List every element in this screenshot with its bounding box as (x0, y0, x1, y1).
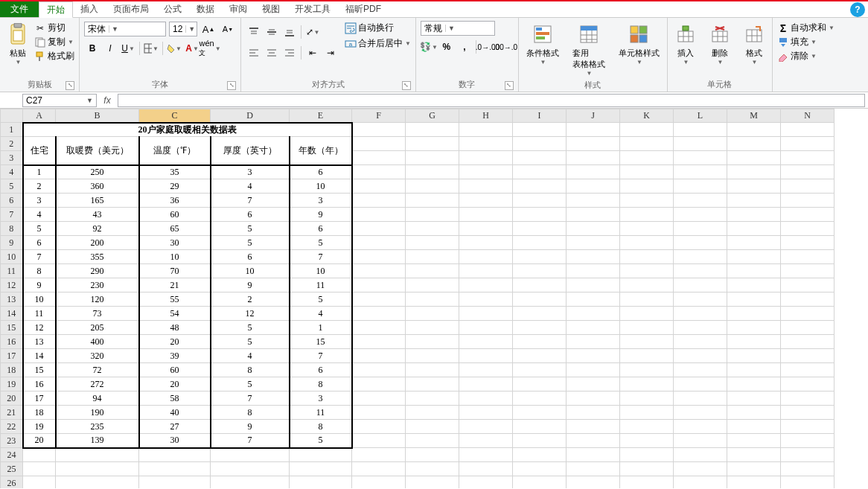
cell-M4[interactable] (727, 165, 781, 179)
cell-K13[interactable] (620, 293, 674, 307)
cell-H15[interactable] (459, 321, 513, 335)
data-cell[interactable]: 2 (211, 293, 290, 307)
number-format-combo[interactable]: 常规▼ (421, 21, 495, 36)
data-cell[interactable]: 9 (211, 278, 290, 293)
data-cell[interactable]: 6 (23, 236, 56, 250)
cell-F8[interactable] (352, 222, 406, 236)
data-cell[interactable]: 235 (56, 420, 139, 434)
cell-F25[interactable] (352, 462, 406, 476)
cell-I25[interactable] (513, 462, 567, 476)
cell-G13[interactable] (406, 293, 459, 307)
data-cell[interactable]: 10 (211, 264, 290, 278)
data-cell[interactable]: 14 (23, 349, 56, 363)
cell-H7[interactable] (459, 208, 513, 222)
cell-N15[interactable] (781, 321, 835, 335)
data-cell[interactable]: 6 (211, 208, 290, 222)
cell-D25[interactable] (211, 462, 290, 476)
row-header-9[interactable]: 9 (1, 236, 23, 250)
cell-K25[interactable] (620, 462, 674, 476)
cell-J15[interactable] (567, 321, 620, 335)
row-header-15[interactable]: 15 (1, 321, 23, 335)
border-button[interactable]: ▼ (143, 40, 159, 57)
cell-E24[interactable] (290, 448, 352, 462)
cell-J13[interactable] (567, 293, 620, 307)
cell-N9[interactable] (781, 236, 835, 250)
data-cell[interactable]: 8 (290, 377, 352, 391)
cell-H13[interactable] (459, 293, 513, 307)
cell-J26[interactable] (567, 476, 620, 489)
row-header-7[interactable]: 7 (1, 208, 23, 222)
cell-M17[interactable] (727, 349, 781, 363)
cell-F9[interactable] (352, 236, 406, 250)
data-cell[interactable]: 92 (56, 222, 139, 236)
cell-J9[interactable] (567, 236, 620, 250)
cell-N17[interactable] (781, 349, 835, 363)
data-cell[interactable]: 355 (56, 250, 139, 264)
format-cells-button[interactable]: 格式▼ (741, 21, 768, 67)
cell-I17[interactable] (513, 349, 567, 363)
cell-F24[interactable] (352, 448, 406, 462)
cell-M15[interactable] (727, 321, 781, 335)
data-cell[interactable]: 19 (23, 420, 56, 434)
cell-I10[interactable] (513, 250, 567, 264)
data-cell[interactable]: 21 (139, 278, 211, 293)
data-cell[interactable]: 9 (211, 420, 290, 434)
insert-cells-button[interactable]: 插入▼ (672, 21, 699, 67)
cut-button[interactable]: ✂ 剪切 (34, 21, 74, 35)
cell-I20[interactable] (513, 391, 567, 406)
cell-J25[interactable] (567, 462, 620, 476)
fx-icon[interactable]: fx (100, 95, 115, 106)
data-cell[interactable]: 73 (56, 307, 139, 321)
data-cell[interactable]: 5 (290, 434, 352, 448)
cell-N25[interactable] (781, 462, 835, 476)
cell-K23[interactable] (620, 434, 674, 448)
data-cell[interactable]: 3 (23, 194, 56, 208)
cell-H19[interactable] (459, 377, 513, 391)
data-cell[interactable]: 5 (211, 236, 290, 250)
cell-M16[interactable] (727, 335, 781, 349)
clear-button[interactable]: 清除▼ (777, 49, 835, 63)
decrease-decimal-button[interactable]: .00→.0 (497, 39, 514, 55)
cell-G9[interactable] (406, 236, 459, 250)
cell-K19[interactable] (620, 377, 674, 391)
font-color-button[interactable]: A▼ (184, 40, 200, 57)
cell-G5[interactable] (406, 179, 459, 194)
data-cell[interactable]: 7 (290, 250, 352, 264)
data-cell[interactable]: 272 (56, 377, 139, 391)
cell-M19[interactable] (727, 377, 781, 391)
cell-M24[interactable] (727, 448, 781, 462)
data-cell[interactable]: 3 (290, 194, 352, 208)
cell-G12[interactable] (406, 278, 459, 293)
row-header-13[interactable]: 13 (1, 293, 23, 307)
data-cell[interactable]: 3 (290, 391, 352, 406)
cell-M3[interactable] (727, 151, 781, 165)
cell-H5[interactable] (459, 179, 513, 194)
cell-L2[interactable] (674, 137, 727, 151)
percent-button[interactable]: % (438, 39, 455, 55)
cell-N20[interactable] (781, 391, 835, 406)
row-header-24[interactable]: 24 (1, 448, 23, 462)
cell-N2[interactable] (781, 137, 835, 151)
data-cell[interactable]: 58 (139, 391, 211, 406)
data-cell[interactable]: 5 (211, 377, 290, 391)
cell-F21[interactable] (352, 406, 406, 420)
data-cell[interactable]: 230 (56, 278, 139, 293)
data-cell[interactable]: 36 (139, 194, 211, 208)
data-cell[interactable]: 10 (23, 293, 56, 307)
cell-L1[interactable] (674, 123, 727, 137)
column-header-L[interactable]: L (674, 109, 727, 123)
font-name-combo[interactable]: 宋体▼ (84, 22, 166, 36)
cell-K9[interactable] (620, 236, 674, 250)
column-header-B[interactable]: B (56, 109, 139, 123)
data-cell[interactable]: 6 (290, 222, 352, 236)
dialog-launcher-icon[interactable]: ⤡ (227, 81, 236, 90)
cell-H11[interactable] (459, 264, 513, 278)
cell-G20[interactable] (406, 391, 459, 406)
data-cell[interactable]: 250 (56, 165, 139, 179)
cell-N24[interactable] (781, 448, 835, 462)
tab-view[interactable]: 视图 (255, 1, 287, 17)
formula-input[interactable] (118, 94, 865, 107)
bold-button[interactable]: B (84, 40, 100, 57)
cell-G15[interactable] (406, 321, 459, 335)
cell-H9[interactable] (459, 236, 513, 250)
